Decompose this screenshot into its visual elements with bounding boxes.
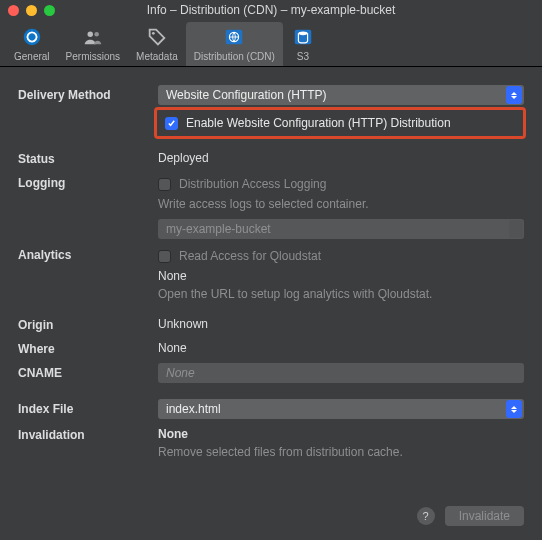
tab-label: Metadata	[136, 51, 178, 62]
help-button[interactable]: ?	[417, 507, 435, 525]
tab-general[interactable]: General	[6, 22, 58, 66]
logging-bucket-value: my-example-bucket	[166, 222, 271, 236]
enable-distribution-label: Enable Website Configuration (HTTP) Dist…	[186, 116, 451, 130]
enable-distribution-checkbox[interactable]	[165, 117, 178, 130]
svg-point-2	[87, 32, 93, 38]
delivery-method-select[interactable]: Website Configuration (HTTP)	[158, 85, 524, 105]
analytics-hint: Open the URL to setup log analytics with…	[158, 285, 524, 309]
tab-label: S3	[297, 51, 309, 62]
analytics-label: Analytics	[18, 245, 158, 262]
analytics-checkbox-label: Read Access for Qloudstat	[179, 249, 321, 263]
close-icon[interactable]	[8, 5, 19, 16]
index-file-select[interactable]: index.html	[158, 399, 524, 419]
zoom-icon[interactable]	[44, 5, 55, 16]
info-window: Info – Distribution (CDN) – my-example-b…	[0, 0, 542, 540]
tab-distribution-cdn[interactable]: Distribution (CDN)	[186, 22, 283, 66]
analytics-value: None	[158, 267, 524, 285]
tag-icon	[145, 25, 169, 49]
select-value: Website Configuration (HTTP)	[166, 88, 327, 102]
updown-icon	[506, 86, 522, 104]
invalidation-hint: Remove selected files from distribution …	[158, 443, 524, 467]
index-file-value: index.html	[166, 402, 221, 416]
footer: ? Invalidate	[417, 506, 524, 526]
where-value: None	[158, 339, 524, 357]
status-value: Deployed	[158, 149, 524, 167]
cloudfront-icon	[222, 25, 246, 49]
logging-bucket-select: my-example-bucket	[158, 219, 524, 239]
tab-label: Distribution (CDN)	[194, 51, 275, 62]
svg-point-8	[298, 32, 307, 36]
status-label: Status	[18, 149, 158, 166]
tab-label: Permissions	[66, 51, 120, 62]
minimize-icon[interactable]	[26, 5, 37, 16]
index-file-label: Index File	[18, 399, 158, 416]
svg-point-3	[94, 32, 99, 37]
invalidate-button[interactable]: Invalidate	[445, 506, 524, 526]
content: Delivery Method Website Configuration (H…	[0, 67, 542, 483]
toolbar: General Permissions Metadata Distributio…	[0, 20, 542, 67]
window-title: Info – Distribution (CDN) – my-example-b…	[0, 3, 542, 17]
people-icon	[81, 25, 105, 49]
gear-icon	[20, 25, 44, 49]
analytics-checkbox[interactable]	[158, 250, 171, 263]
logging-label: Logging	[18, 173, 158, 190]
tab-metadata[interactable]: Metadata	[128, 22, 186, 66]
traffic-lights	[0, 5, 55, 16]
where-label: Where	[18, 339, 158, 356]
tab-label: General	[14, 51, 50, 62]
s3-icon	[291, 25, 315, 49]
origin-value: Unknown	[158, 315, 524, 333]
svg-point-1	[30, 35, 34, 39]
enable-distribution-highlight: Enable Website Configuration (HTTP) Dist…	[154, 107, 526, 139]
delivery-method-label: Delivery Method	[18, 85, 158, 102]
origin-label: Origin	[18, 315, 158, 332]
logging-hint: Write access logs to selected container.	[158, 195, 524, 219]
logging-checkbox-label: Distribution Access Logging	[179, 177, 326, 191]
updown-icon	[506, 400, 522, 418]
svg-point-4	[152, 32, 155, 35]
cname-label: CNAME	[18, 363, 158, 380]
invalidation-value: None	[158, 425, 524, 443]
tab-permissions[interactable]: Permissions	[58, 22, 128, 66]
cname-input[interactable]: None	[158, 363, 524, 383]
tab-s3[interactable]: S3	[283, 22, 323, 66]
cname-placeholder: None	[166, 366, 195, 380]
logging-checkbox[interactable]	[158, 178, 171, 191]
titlebar: Info – Distribution (CDN) – my-example-b…	[0, 0, 542, 20]
invalidation-label: Invalidation	[18, 425, 158, 442]
